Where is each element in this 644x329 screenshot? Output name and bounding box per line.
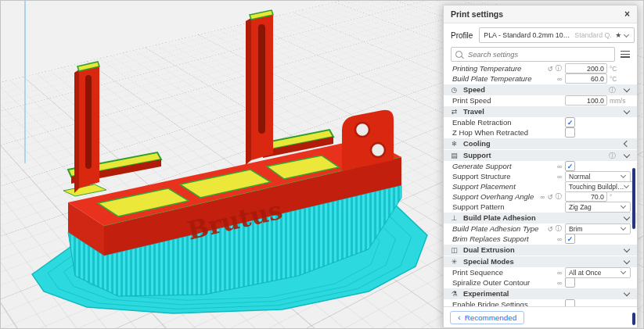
settings-list[interactable]: Printing Temperature ↺ ⓘ 200.0 °C Build …: [444, 63, 637, 307]
support-overhang-angle-input[interactable]: 70.0: [565, 191, 607, 202]
category-label: Dual Extrusion: [463, 246, 620, 254]
search-box[interactable]: [451, 47, 615, 62]
info-icon[interactable]: ⓘ: [556, 224, 563, 234]
chevron-down-icon: [624, 183, 629, 188]
setting-enable-retraction: Enable Retraction ✓: [444, 117, 637, 127]
close-icon[interactable]: ×: [624, 9, 630, 19]
setting-label: Enable Retraction: [452, 118, 565, 127]
support-placement-select[interactable]: Touching Buildpla...: [565, 181, 634, 192]
link-icon[interactable]: ∞: [557, 173, 562, 181]
panel-title: Print settings: [451, 9, 503, 19]
cura-window: Brutus Print settings × Profile PLA - St…: [0, 0, 644, 329]
chevron-down-icon: [624, 86, 630, 92]
setting-label: Generate Support: [452, 162, 557, 170]
z-hop-checkbox[interactable]: [565, 127, 575, 138]
setting-printing-temperature: Printing Temperature ↺ ⓘ 200.0 °C: [444, 63, 637, 73]
sliced-model-preview[interactable]: Brutus: [1, 1, 443, 328]
profile-suffix: Standard Q...: [574, 31, 612, 39]
category-travel[interactable]: ⇄ Travel: [444, 106, 637, 117]
enable-retraction-checkbox[interactable]: ✓: [565, 117, 575, 127]
info-icon[interactable]: ⓘ: [609, 151, 616, 161]
flask-icon: ⚗: [450, 290, 459, 298]
settings-visibility-menu-icon[interactable]: [621, 51, 630, 58]
adhesion-type-select[interactable]: Brim: [565, 224, 631, 234]
setting-label: Support Structure: [452, 172, 557, 181]
link-icon[interactable]: ∞: [557, 269, 562, 277]
reset-icon[interactable]: ↺: [547, 193, 552, 201]
info-icon[interactable]: ⓘ: [609, 85, 616, 95]
chevron-down-icon: [624, 258, 630, 264]
print-speed-input[interactable]: 100.0: [565, 95, 607, 105]
category-dual-extrusion[interactable]: ◫ Dual Extrusion: [444, 245, 637, 256]
info-icon[interactable]: ⓘ: [556, 192, 563, 202]
special-modes-icon: ✳: [450, 258, 459, 266]
speed-gauge-icon: ◷: [450, 86, 459, 94]
category-label: Speed: [463, 86, 604, 94]
chevron-left-icon: ‹: [458, 313, 461, 322]
unit-label: °C: [607, 65, 630, 73]
setting-label: Support Placement: [452, 182, 565, 191]
favorite-star-icon[interactable]: ★: [615, 31, 621, 39]
fan-icon: ❄: [450, 140, 459, 148]
print-settings-panel: Print settings × Profile PLA - Standard …: [443, 5, 638, 328]
setting-label: Build Plate Adhesion Type: [452, 224, 547, 233]
profile-value: PLA - Standard 0.2mm 100mm/s L...: [484, 31, 571, 39]
setting-generate-support: Generate Support ∞ ✓: [444, 161, 637, 171]
profile-label: Profile: [451, 31, 473, 40]
setting-support-placement: Support Placement Touching Buildpla...: [444, 181, 637, 191]
chevron-down-icon: [621, 173, 626, 178]
brim-replaces-support-checkbox[interactable]: ✓: [565, 234, 575, 244]
generate-support-checkbox[interactable]: ✓: [565, 161, 575, 171]
reset-icon[interactable]: ↺: [547, 65, 552, 73]
search-input[interactable]: [466, 50, 610, 59]
link-icon[interactable]: ∞: [557, 279, 562, 287]
category-cooling[interactable]: ❄ Cooling: [444, 138, 637, 149]
chevron-down-icon: [624, 214, 630, 220]
category-experimental[interactable]: ⚗ Experimental: [444, 288, 637, 299]
category-support[interactable]: ▤ Support ⓘ: [444, 150, 637, 161]
tower-left: [74, 62, 99, 193]
category-label: Travel: [463, 108, 620, 116]
setting-label: Print Speed: [452, 96, 565, 105]
setting-label: Support Overhang Angle: [452, 192, 540, 201]
link-icon[interactable]: ∞: [557, 235, 562, 243]
category-special-modes[interactable]: ✳ Special Modes: [444, 256, 637, 267]
printing-temperature-input[interactable]: 200.0: [565, 63, 607, 73]
setting-build-plate-temperature: Build Plate Temperature ∞ 60.0 °C: [444, 73, 637, 84]
dual-extrusion-icon: ◫: [450, 246, 459, 254]
chevron-down-icon: [624, 290, 630, 296]
travel-icon: ⇄: [450, 108, 459, 116]
setting-print-speed: Print Speed 100.0 mm/s: [444, 95, 637, 105]
info-icon[interactable]: ⓘ: [556, 64, 563, 73]
adhesion-icon: ⊥: [450, 214, 459, 222]
category-speed[interactable]: ◷ Speed ⓘ: [444, 84, 637, 95]
category-label: Cooling: [463, 140, 620, 148]
link-icon[interactable]: ∞: [557, 163, 562, 170]
reset-icon[interactable]: ↺: [547, 225, 552, 233]
setting-support-structure: Support Structure ∞ Normal: [444, 171, 637, 181]
scrollbar-thumb[interactable]: [632, 313, 635, 325]
spiralize-checkbox[interactable]: [565, 277, 575, 288]
setting-label: Spiralize Outer Contour: [452, 278, 557, 287]
link-icon[interactable]: ∞: [557, 75, 562, 83]
category-label: Special Modes: [463, 258, 620, 266]
profile-row: Profile PLA - Standard 0.2mm 100mm/s L..…: [444, 23, 637, 45]
setting-brim-replaces-support: Brim Replaces Support ∞ ✓: [444, 234, 637, 244]
link-icon[interactable]: ∞: [540, 193, 545, 201]
category-label: Experimental: [463, 290, 620, 298]
build-plate-temperature-input[interactable]: 60.0: [565, 73, 607, 84]
chevron-down-icon: [624, 108, 630, 114]
chevron-down-icon: [624, 246, 630, 252]
support-structure-select[interactable]: Normal: [565, 171, 631, 182]
recommended-mode-button[interactable]: ‹ Recommended: [450, 311, 524, 324]
support-pattern-select[interactable]: Zig Zag: [565, 202, 631, 213]
panel-footer: ‹ Recommended: [444, 306, 637, 327]
chevron-down-icon: [624, 31, 629, 37]
setting-build-plate-adhesion-type: Build Plate Adhesion Type ↺ ⓘ Brim: [444, 224, 637, 234]
setting-print-sequence: Print Sequence ∞ All at Once: [444, 267, 637, 277]
scrollbar-thumb[interactable]: [632, 168, 635, 229]
category-build-plate-adhesion[interactable]: ⊥ Build Plate Adhesion: [444, 213, 637, 224]
setting-label: Build Plate Temperature: [452, 74, 557, 83]
print-sequence-select[interactable]: All at Once: [565, 267, 631, 278]
profile-select[interactable]: PLA - Standard 0.2mm 100mm/s L... Standa…: [479, 27, 635, 43]
